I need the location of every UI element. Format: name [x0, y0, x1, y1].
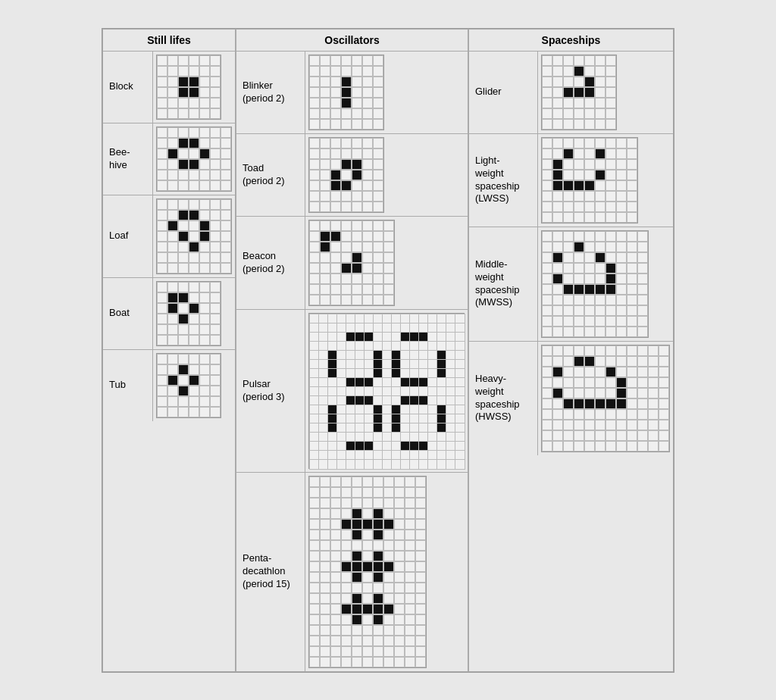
- grid-cell: [199, 127, 210, 138]
- grid-cell: [178, 180, 189, 191]
- grid-cell: [167, 407, 178, 417]
- grid-cell: [563, 305, 574, 316]
- grid-cell: [167, 138, 178, 148]
- grid-cell: [362, 170, 373, 180]
- grid-cell: [605, 212, 616, 223]
- grid-cell: [309, 604, 320, 614]
- grid-cell: [659, 420, 669, 430]
- grid-cell: [189, 303, 199, 314]
- grid-cell: [394, 614, 405, 625]
- grid-cell: [157, 324, 167, 335]
- grid-cell: [330, 508, 341, 519]
- grid-cell: [627, 356, 637, 367]
- grid-cell: [320, 636, 330, 646]
- grid-cell: [584, 284, 595, 295]
- grid-cell: [648, 441, 659, 452]
- grid-cell: [210, 55, 221, 66]
- grid-cell: [210, 138, 221, 148]
- grid-cell: [394, 604, 405, 614]
- grid-cell: [584, 170, 595, 180]
- grid-cell: [595, 242, 605, 252]
- grid-cell: [199, 170, 210, 180]
- grid-cell: [178, 148, 189, 159]
- grid-cell: [605, 180, 616, 191]
- grid-cell: [595, 273, 605, 284]
- spaceships-body: GliderLight- weight spaceship (LWSS)Midd…: [469, 52, 673, 455]
- pattern-label: Pulsar (period 3): [236, 373, 305, 408]
- grid-cell: [157, 263, 167, 273]
- grid-cell: [563, 420, 574, 430]
- grid-cell: [605, 119, 616, 130]
- grid-cell: [210, 108, 221, 119]
- grid-cell: [309, 657, 320, 667]
- grid-cell: [210, 354, 221, 364]
- grid-cell: [405, 614, 415, 625]
- grid-cell: [178, 252, 189, 263]
- grid-cell: [362, 498, 373, 508]
- grid-cell: [352, 284, 362, 295]
- grid-cell: [627, 409, 637, 420]
- grid-cell: [605, 98, 616, 108]
- grid-cell: [210, 66, 221, 77]
- grid-cell: [552, 273, 563, 284]
- pattern-row: Boat: [103, 278, 235, 350]
- grid-cell: [373, 252, 383, 263]
- grid-cell: [616, 345, 627, 356]
- grid-cell: [584, 231, 595, 242]
- grid-cell: [405, 477, 415, 487]
- grid-cell: [405, 498, 415, 508]
- pattern-label: Loaf: [103, 225, 152, 247]
- grid-cell: [178, 303, 189, 314]
- pattern-label: Block: [103, 76, 152, 98]
- grid-cell: [330, 487, 341, 498]
- grid-cell: [157, 364, 167, 375]
- grid-cell: [210, 220, 221, 231]
- grid-cell: [627, 295, 637, 305]
- grid-cell: [178, 354, 189, 364]
- grid-cell: [627, 191, 637, 202]
- grid-cell: [157, 303, 167, 314]
- grid-cell: [178, 242, 189, 252]
- grid-cell: [320, 561, 330, 572]
- grid-cell: [415, 519, 426, 530]
- grid-cell: [330, 55, 341, 66]
- grid-cell: [309, 202, 320, 212]
- grid-cell: [415, 614, 426, 625]
- grid-cell: [309, 614, 320, 625]
- grid-cell: [189, 375, 199, 386]
- grid-cell: [648, 377, 659, 388]
- grid-cell: [415, 530, 426, 540]
- pattern-label: Blinker (period 2): [236, 75, 305, 110]
- grid-cell: [552, 66, 563, 77]
- grid-cell: [542, 263, 552, 273]
- grid-cell: [552, 87, 563, 98]
- grid-cell: [552, 231, 563, 242]
- grid-cell: [373, 191, 383, 202]
- grid-cell: [637, 377, 648, 388]
- grid-cell: [309, 646, 320, 657]
- grid-cell: [341, 66, 352, 77]
- grid-cell: [405, 487, 415, 498]
- grid-cell: [627, 242, 637, 252]
- pattern-grid-container: [152, 350, 224, 421]
- spaceships-section: Spaceships GliderLight- weight spaceship…: [468, 29, 674, 672]
- grid-cell: [552, 98, 563, 108]
- grid-cell: [320, 604, 330, 614]
- grid-cell: [383, 572, 394, 583]
- grid-cell: [330, 625, 341, 636]
- grid-cell: [330, 477, 341, 487]
- grid-cell: [595, 55, 605, 66]
- grid-cell: [330, 191, 341, 202]
- grid-cell: [157, 55, 167, 66]
- grid-cell: [616, 367, 627, 377]
- grid-cell: [373, 98, 383, 108]
- grid-cell: [330, 551, 341, 561]
- grid-cell: [627, 231, 637, 242]
- grid-cell: [352, 583, 362, 593]
- grid-cell: [595, 212, 605, 223]
- grid-cell: [542, 202, 552, 212]
- grid-cell: [542, 305, 552, 316]
- grid-cell: [373, 540, 383, 551]
- grid-cell: [542, 138, 552, 148]
- grid-cell: [178, 263, 189, 273]
